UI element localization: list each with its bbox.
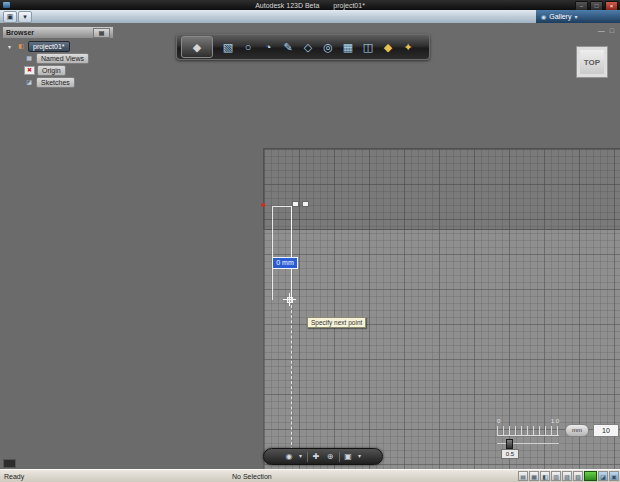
ruler-labels: 0 1.0 — [497, 418, 559, 424]
revolve-icon[interactable]: ◎ — [318, 37, 338, 57]
notify-panel-icon[interactable]: ▣ — [609, 471, 619, 481]
sketch-construction-line — [291, 300, 292, 455]
unit-button[interactable]: mm — [565, 424, 589, 437]
modeling-canvas[interactable] — [0, 23, 620, 469]
named-views-icon: ▦ — [24, 54, 34, 62]
extrude-icon[interactable]: ◇ — [298, 37, 318, 57]
main-toolbar: ◆ ▧ ○ ◔ ✎ ◇ ◎ ▦ ◫ ◆ ✦ — [176, 34, 430, 60]
crosshair-cursor — [283, 293, 296, 306]
sketch-line-segment — [291, 206, 292, 300]
primitive-cylinder-icon[interactable]: ◔ — [258, 37, 278, 57]
app-window: Autodesk 123D Beta project01* – □ × ▣ ▾ … — [0, 0, 620, 482]
gallery-label: Gallery — [549, 13, 571, 20]
gallery-button[interactable]: ◉ Gallery ▾ — [536, 10, 620, 23]
viewcube-face-label[interactable]: TOP — [584, 58, 600, 67]
layers-icon[interactable]: ▥ — [551, 471, 561, 481]
status-bar: Ready No Selection ▤ ▦ ◧ ▥ ▨ ▧ ◪ ▣ — [0, 469, 620, 482]
navbar-separator — [339, 452, 340, 462]
part-icon: ◧ — [16, 42, 26, 50]
display-menu-arrow-icon[interactable]: ▾ — [357, 449, 363, 464]
doc-restore-button[interactable]: □ — [610, 27, 614, 34]
units-icon[interactable]: ▧ — [573, 471, 583, 481]
sketch-grip-handle[interactable] — [302, 201, 309, 207]
toolbar-menu-cube-icon[interactable]: ◆ — [181, 36, 213, 58]
snap-value-box[interactable]: 0.5 — [501, 449, 519, 459]
tree-item-label[interactable]: project01* — [28, 41, 70, 52]
gallery-arrow-icon: ▾ — [574, 13, 577, 20]
combine-icon[interactable]: ◫ — [358, 37, 378, 57]
snap-toggle-icon[interactable]: ▦ — [529, 471, 539, 481]
pan-icon[interactable]: ✚ — [311, 449, 322, 464]
sketches-icon: ◪ — [24, 78, 34, 86]
app-menu-button[interactable]: ▣ — [3, 11, 17, 23]
title-text: Autodesk 123D Beta project01* — [0, 0, 620, 10]
zoom-icon[interactable]: ⊕ — [325, 449, 336, 464]
gallery-icon: ◉ — [541, 13, 546, 20]
document-window-controls: — □ — [598, 27, 614, 34]
tree-item-sketches[interactable]: ◪ Sketches — [2, 77, 114, 87]
scale-widget: 0 1.0 mm 10 0.5 — [494, 418, 620, 458]
tree-item-named-views[interactable]: ▦ Named Views — [2, 53, 114, 63]
display-settings-icon[interactable]: ▣ — [343, 449, 354, 464]
browser-title: Browser — [6, 29, 34, 36]
document-title: project01* — [333, 2, 365, 9]
status-selection-text: No Selection — [232, 473, 272, 480]
ortho-toggle-icon[interactable]: ◧ — [540, 471, 550, 481]
status-green-button[interactable] — [584, 471, 597, 481]
menu-bar: ▣ ▾ ◉ Gallery ▾ — [0, 10, 620, 24]
navbar-separator — [307, 452, 308, 462]
expand-arrow-icon[interactable]: ▾ — [8, 43, 16, 50]
viewcube[interactable]: TOP — [576, 46, 608, 78]
sketch-rectangle-outline — [272, 206, 292, 300]
sketch-grid-dim-region — [263, 148, 620, 230]
grid-size-input[interactable]: 10 — [593, 424, 619, 437]
browser-tree: ▾ ◧ project01* ▦ Named Views ✖ Origin ◪ … — [2, 41, 114, 87]
crosshair-center — [287, 297, 293, 303]
snap-icon[interactable]: ✦ — [398, 37, 418, 57]
orbit-icon[interactable]: ◉ — [284, 449, 295, 464]
primitive-sphere-icon[interactable]: ○ — [238, 37, 258, 57]
browser-menu-button[interactable]: ▤ — [93, 28, 110, 38]
material-icon[interactable]: ◆ — [378, 37, 398, 57]
browser-panel: Browser ▤ ▾ ◧ project01* ▦ Named Views ✖… — [2, 26, 114, 87]
tree-item-origin[interactable]: ✖ Origin — [2, 65, 114, 75]
grid-toggle-icon[interactable]: ▤ — [518, 471, 528, 481]
panel-corner-tab[interactable] — [3, 459, 16, 468]
primitive-box-icon[interactable]: ▧ — [218, 37, 238, 57]
sketch-origin-point — [261, 203, 265, 207]
sketch-icon[interactable]: ✎ — [278, 37, 298, 57]
shading-icon[interactable]: ▨ — [562, 471, 572, 481]
help-panel-icon[interactable]: ◪ — [598, 471, 608, 481]
app-menu-arrow-icon[interactable]: ▾ — [18, 11, 32, 23]
origin-icon: ✖ — [24, 66, 35, 75]
title-bar: Autodesk 123D Beta project01* – □ × — [0, 0, 620, 10]
tree-item-label[interactable]: Origin — [37, 65, 66, 76]
tree-item-label[interactable]: Sketches — [36, 77, 75, 88]
navigation-bar: ◉ ▾ ✚ ⊕ ▣ ▾ — [263, 448, 383, 465]
ruler-max-label: 1.0 — [551, 418, 559, 424]
doc-minimize-button[interactable]: — — [598, 27, 605, 34]
orbit-menu-arrow-icon[interactable]: ▾ — [298, 449, 304, 464]
sketch-grip-handle[interactable] — [292, 201, 299, 207]
ruler-min-label: 0 — [497, 418, 500, 424]
dimension-input[interactable]: 0 mm — [272, 257, 298, 269]
cursor-tooltip: Specify next point — [307, 317, 366, 328]
snap-slider-handle[interactable] — [506, 439, 513, 449]
app-title: Autodesk 123D Beta — [255, 2, 319, 9]
ruler-ticks — [497, 426, 559, 436]
tree-item-project[interactable]: ▾ ◧ project01* — [2, 41, 114, 51]
status-icons: ▤ ▦ ◧ ▥ ▨ ▧ ◪ ▣ — [518, 471, 619, 481]
browser-header[interactable]: Browser ▤ — [2, 26, 114, 39]
tree-item-label[interactable]: Named Views — [36, 53, 89, 64]
pattern-icon[interactable]: ▦ — [338, 37, 358, 57]
status-ready-text: Ready — [4, 473, 24, 480]
